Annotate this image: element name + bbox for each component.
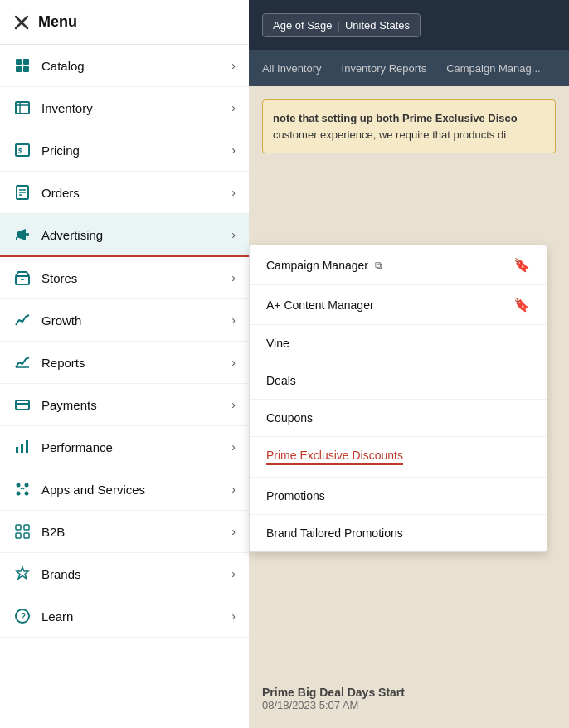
sidebar-item-catalog[interactable]: Catalog › [0,45,249,87]
submenu-item-campaign-manager[interactable]: Campaign Manager ⧉ 🔖 [250,245,547,285]
sidebar-item-label-payments: Payments [41,398,97,412]
svg-point-26 [25,483,29,488]
svg-rect-15 [26,233,29,236]
sidebar-item-performance[interactable]: Performance › [0,426,249,468]
page-calendar: Prime Big Deal Days Start 08/18/2023 5:0… [249,676,569,728]
chevron-right-icon-payments: › [231,398,236,411]
sidebar-item-label-performance: Performance [41,440,113,454]
sidebar-item-apps-services[interactable]: Apps and Services › [0,468,249,511]
submenu-item-label-brand-tailored: Brand Tailored Promotions [266,527,403,540]
sidebar-item-label-reports: Reports [41,356,85,370]
chevron-right-icon-catalog: › [231,59,236,72]
sidebar-item-payments[interactable]: Payments › [0,384,249,426]
close-icon[interactable] [13,14,30,31]
chevron-right-icon-orders: › [231,186,236,199]
sidebar-item-label-inventory: Inventory [41,101,93,115]
orders-icon [13,183,32,201]
sidebar: Menu Catalog › [0,0,249,728]
chevron-right-icon-apps-services: › [231,483,236,496]
menu-title: Menu [38,13,77,31]
sidebar-item-growth[interactable]: Growth › [0,299,249,342]
catalog-icon [13,56,32,75]
chevron-right-icon-inventory: › [231,101,236,114]
sidebar-item-pricing[interactable]: $ Pricing › [0,129,249,172]
chevron-right-icon-stores: › [231,271,236,284]
store-badge[interactable]: Age of Sage | United States [262,13,421,37]
svg-point-25 [17,483,21,488]
nav-link-inventory-reports[interactable]: Inventory Reports [342,62,427,75]
store-name: Age of Sage [273,19,333,32]
chevron-right-icon-performance: › [231,440,236,454]
svg-rect-24 [26,440,28,453]
apps-icon [13,480,32,498]
chevron-right-icon-growth: › [231,313,236,327]
submenu-item-label-coupons: Coupons [266,411,313,425]
sidebar-item-inventory[interactable]: Inventory › [0,87,249,129]
inventory-icon [13,99,32,117]
calendar-event-date: 08/18/2023 5:07 AM [262,699,556,711]
sidebar-item-label-brands: Brands [41,567,81,581]
growth-icon [13,311,32,329]
learn-icon: ? [13,607,32,625]
svg-rect-23 [21,444,23,453]
stores-icon [13,269,32,287]
sidebar-item-label-pricing: Pricing [41,143,80,158]
sidebar-item-advertising[interactable]: Advertising › [0,214,249,257]
submenu-item-label-aplus-content: A+ Content Manager [266,298,374,312]
submenu-item-label-prime-exclusive: Prime Exclusive Discounts [266,449,403,465]
calendar-event: Prime Big Deal Days Start 08/18/2023 5:0… [262,686,556,711]
sidebar-item-label-stores: Stores [41,271,77,285]
performance-icon [13,438,32,456]
sidebar-item-label-advertising: Advertising [41,228,103,242]
sidebar-header: Menu [0,0,249,45]
submenu-item-promotions[interactable]: Promotions [250,478,547,515]
sidebar-item-label-learn: Learn [41,609,73,624]
reports-icon [13,353,32,371]
submenu-item-label-promotions: Promotions [266,489,325,502]
sidebar-item-reports[interactable]: Reports › [0,342,249,384]
payments-icon [13,396,32,414]
store-divider: | [338,19,340,32]
page-notice: note that setting up both Prime Exclusiv… [262,99,556,153]
sidebar-item-orders[interactable]: Orders › [0,172,249,214]
store-country: United States [345,19,410,32]
submenu-item-brand-tailored[interactable]: Brand Tailored Promotions [250,515,547,551]
nav-link-inventory[interactable]: All Inventory [262,62,322,75]
page-header: Age of Sage | United States [249,0,569,50]
submenu-item-coupons[interactable]: Coupons [250,400,547,437]
svg-rect-30 [24,525,29,530]
advertising-submenu: Campaign Manager ⧉ 🔖 A+ Content Manager … [249,245,547,552]
submenu-item-label-vine: Vine [266,337,289,350]
svg-rect-22 [16,447,18,453]
sidebar-item-learn[interactable]: ? Learn › [0,595,249,638]
sidebar-item-b2b[interactable]: B2B › [0,511,249,553]
chevron-right-icon-reports: › [231,356,236,369]
sidebar-item-label-catalog: Catalog [41,59,85,73]
nav-link-campaign-manage[interactable]: Campaign Manag... [446,62,540,75]
svg-rect-20 [16,400,29,410]
bookmark-icon-campaign: 🔖 [513,257,530,273]
b2b-icon [13,522,32,541]
sidebar-item-label-growth: Growth [41,313,81,328]
svg-text:?: ? [21,612,26,621]
svg-rect-4 [16,66,22,72]
svg-text:$: $ [18,147,22,155]
page-nav: All Inventory Inventory Reports Campaign… [249,50,569,86]
submenu-item-aplus-content[interactable]: A+ Content Manager 🔖 [250,285,547,325]
calendar-event-title: Prime Big Deal Days Start [262,686,556,699]
chevron-right-icon-learn: › [231,609,236,623]
sidebar-item-brands[interactable]: Brands › [0,553,249,595]
submenu-item-vine[interactable]: Vine [250,325,547,362]
advertising-icon [13,226,32,244]
bookmark-icon-aplus: 🔖 [513,297,530,313]
svg-point-27 [17,492,21,496]
svg-rect-29 [16,525,21,530]
svg-rect-32 [24,533,29,538]
submenu-item-deals[interactable]: Deals [250,362,547,400]
sidebar-item-stores[interactable]: Stores › [0,257,249,299]
submenu-item-prime-exclusive[interactable]: Prime Exclusive Discounts [250,437,547,478]
sidebar-item-label-apps-services: Apps and Services [41,483,145,497]
sidebar-item-label-b2b: B2B [41,525,65,539]
svg-rect-3 [23,59,29,65]
svg-rect-31 [16,533,21,538]
